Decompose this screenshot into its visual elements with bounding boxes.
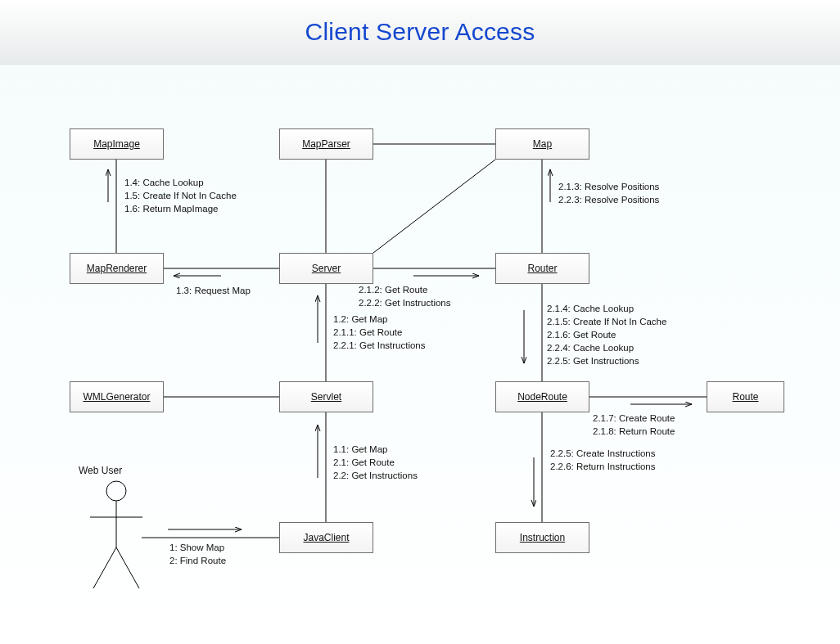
label-servlet-server: 1.2: Get Map 2.1.1: Get Route 2.2.1: Get… bbox=[333, 313, 426, 352]
label-request-map: 1.3: Request Map bbox=[176, 284, 251, 297]
node-mapparser: MapParser bbox=[279, 128, 373, 160]
page-title: Client Server Access bbox=[305, 18, 535, 46]
node-javaclient: JavaClient bbox=[279, 522, 373, 553]
node-map: Map bbox=[495, 128, 589, 160]
label-noderoute-instruction: 2.2.5: Create Instructions 2.2.6: Return… bbox=[550, 447, 655, 473]
node-noderoute: NodeRoute bbox=[495, 381, 589, 412]
node-servlet: Servlet bbox=[279, 381, 373, 412]
label-server-router: 2.1.2: Get Route 2.2.2: Get Instructions bbox=[359, 283, 451, 309]
node-maprenderer: MapRenderer bbox=[70, 253, 164, 284]
svg-line-28 bbox=[116, 547, 139, 588]
svg-point-24 bbox=[106, 481, 126, 501]
svg-line-4 bbox=[373, 160, 495, 253]
diagram-canvas: Web User MapImage MapParser Map MapRende… bbox=[0, 65, 840, 644]
node-instruction: Instruction bbox=[495, 522, 589, 553]
label-maprenderer-mapimage: 1.4: Cache Lookup 1.5: Create If Not In … bbox=[124, 176, 237, 215]
label-actor-javaclient: 1: Show Map 2: Find Route bbox=[169, 541, 226, 567]
label-router-map: 2.1.3: Resolve Positions 2.2.3: Resolve … bbox=[558, 180, 659, 206]
node-router: Router bbox=[495, 253, 589, 284]
label-javaclient-servlet: 1.1: Get Map 2.1: Get Route 2.2: Get Ins… bbox=[333, 443, 418, 482]
header-bar: Client Server Access bbox=[0, 0, 840, 65]
node-route: Route bbox=[707, 381, 784, 412]
actor-label: Web User bbox=[79, 465, 122, 476]
svg-line-27 bbox=[93, 547, 116, 588]
label-noderoute-route: 2.1.7: Create Route 2.1.8: Return Route bbox=[593, 412, 675, 438]
label-router-noderoute: 2.1.4: Cache Lookup 2.1.5: Create If Not… bbox=[547, 302, 666, 367]
node-server: Server bbox=[279, 253, 373, 284]
node-wmlgenerator: WMLGenerator bbox=[70, 381, 164, 412]
node-mapimage: MapImage bbox=[70, 128, 164, 160]
